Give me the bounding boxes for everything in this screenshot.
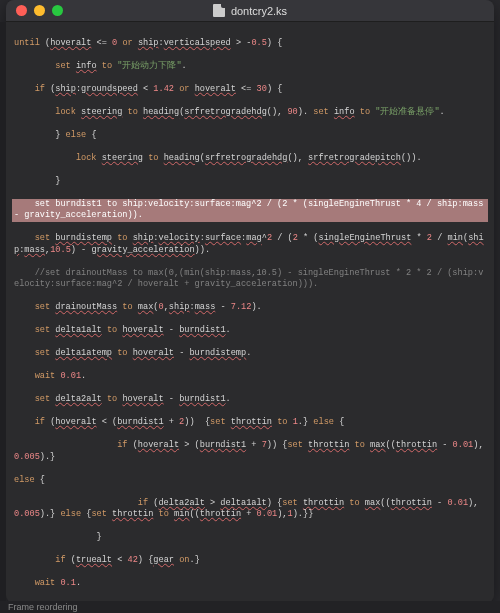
left-gutter (0, 22, 6, 603)
code-line: } (14, 532, 486, 544)
code-line: until (hoveralt <= 0 or ship:verticalspe… (14, 38, 486, 50)
code-line: set info to "开始动力下降". (14, 61, 486, 73)
code-line: lock steering to heading(srfretrogradehd… (14, 107, 486, 119)
minimize-button[interactable] (34, 5, 45, 16)
editor-window: dontcry2.ks until (hoveralt <= 0 or ship… (6, 0, 494, 603)
footer-bar: Frame reordering (0, 601, 500, 613)
code-line: if (ship:groundspeed < 1.42 or hoveralt … (14, 84, 486, 96)
code-line: wait 0.01. (14, 371, 486, 383)
code-line: if (delta2alt > delta1alt) {set throttin… (14, 498, 486, 521)
code-line: //set drainoutMass to max(0,(min(ship:ma… (14, 268, 486, 291)
code-line: if (hoveralt > (burndist1 + 7)) {set thr… (14, 440, 486, 463)
code-line: set delta1atemp to hoveralt - burndistem… (14, 348, 486, 360)
title: dontcry2.ks (6, 4, 494, 17)
maximize-button[interactable] (52, 5, 63, 16)
code-line: } (14, 176, 486, 188)
footer-label: Frame reordering (8, 602, 78, 612)
traffic-lights (16, 5, 63, 16)
code-line: set delta1alt to hoveralt - burndist1. (14, 325, 486, 337)
code-line: set drainoutMass to max(0,ship:mass - 7.… (14, 302, 486, 314)
code-line: wait 0.1. (14, 578, 486, 590)
file-icon (213, 4, 225, 17)
code-line: } else { (14, 130, 486, 142)
code-line: set burndistemp to ship:velocity:surface… (14, 233, 486, 256)
code-line: if (hoveralt < (burndist1 + 2)) {set thr… (14, 417, 486, 429)
code-line: else { (14, 475, 486, 487)
filename: dontcry2.ks (231, 5, 287, 17)
code-line: set delta2alt to hoveralt - burndist1. (14, 394, 486, 406)
code-line: if (truealt < 42) {gear on.} (14, 555, 486, 567)
titlebar: dontcry2.ks (6, 0, 494, 22)
code-editor[interactable]: until (hoveralt <= 0 or ship:verticalspe… (6, 22, 494, 603)
highlighted-line: set burndist1 to ship:velocity:surface:m… (12, 199, 488, 222)
code-line: lock steering to heading(srfretrogradehd… (14, 153, 486, 165)
close-button[interactable] (16, 5, 27, 16)
